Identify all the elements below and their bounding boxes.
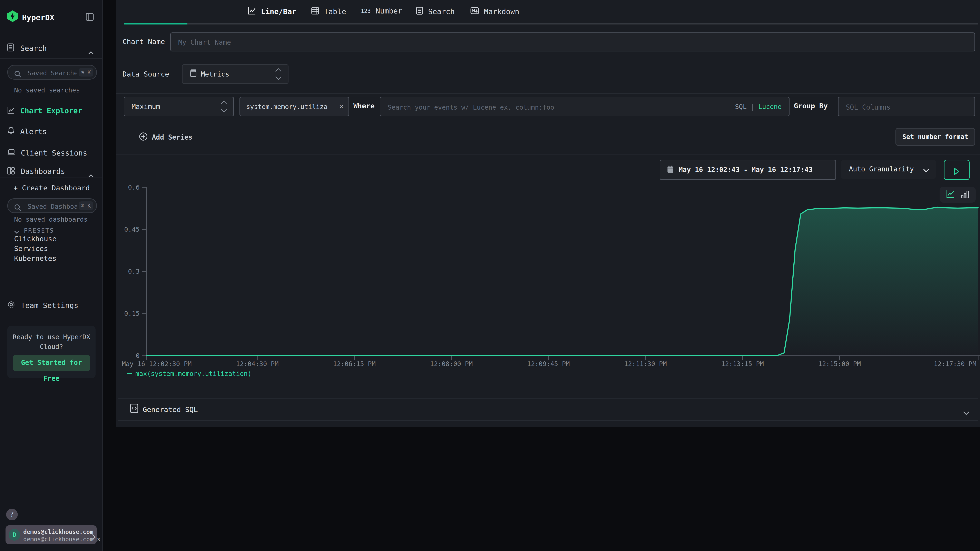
x-tick-label: 12:11:30 PM	[624, 360, 667, 368]
x-tick-label: 12:06:15 PM	[333, 360, 375, 368]
x-tick-label: 12:08:00 PM	[430, 360, 473, 368]
y-tick-label: 0.45	[124, 226, 140, 233]
x-tick-label: 12:04:30 PM	[236, 360, 279, 368]
x-tick-label: 12:13:15 PM	[721, 360, 764, 368]
series-area	[146, 207, 978, 356]
app-window: HyperDX Search ⌘ K No saved searches	[0, 0, 980, 551]
x-tick-label: 12:17:30 PM	[934, 360, 976, 368]
y-tick-label: 0.15	[124, 310, 140, 317]
x-tick-label: 12:09:45 PM	[527, 360, 570, 368]
y-tick-label: 0.6	[128, 184, 140, 191]
y-tick-label: 0.3	[128, 268, 140, 275]
x-tick-label: 12:15:00 PM	[818, 360, 861, 368]
x-tick-label: May 16 12:02:30 PM	[122, 360, 191, 368]
chart-svg[interactable]: 00.150.30.450.6May 16 12:02:30 PM12:04:3…	[0, 0, 980, 551]
y-tick-label: 0	[136, 352, 140, 359]
